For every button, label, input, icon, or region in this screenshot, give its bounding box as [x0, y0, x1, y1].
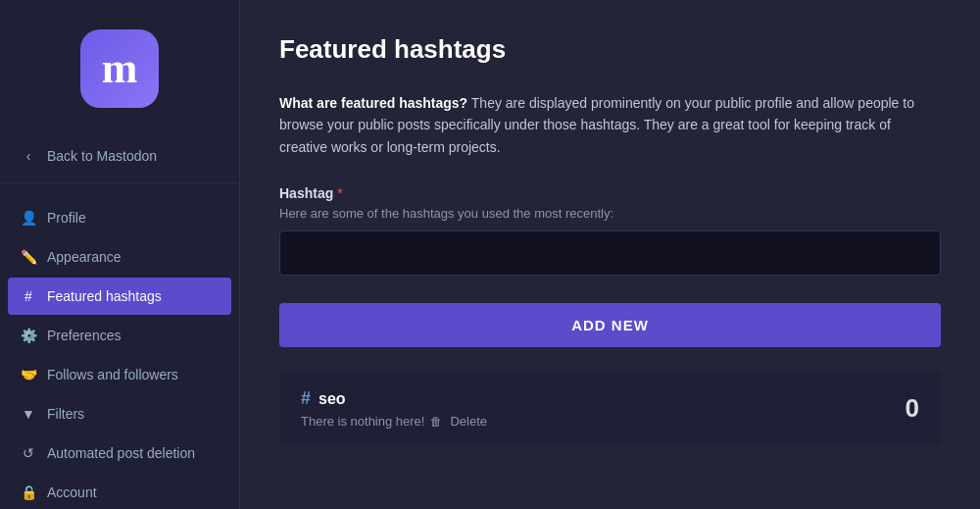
- logo-letter: m: [102, 47, 138, 90]
- sidebar-item-account-label: Account: [47, 484, 97, 500]
- hashtag-meta: There is nothing here! 🗑 Delete: [301, 414, 487, 429]
- nothing-text: There is nothing here!: [301, 414, 424, 429]
- label-row: Hashtag *: [279, 185, 941, 201]
- sidebar: m ‹ Back to Mastodon 👤 Profile ✏️ Appear…: [0, 0, 240, 509]
- sidebar-item-back[interactable]: ‹ Back to Mastodon: [0, 137, 239, 175]
- automated-deletion-icon: ↺: [20, 445, 37, 461]
- sidebar-item-featured-hashtags[interactable]: # Featured hashtags: [8, 278, 231, 315]
- main-content: Featured hashtags What are featured hash…: [240, 0, 980, 509]
- appearance-icon: ✏️: [20, 249, 37, 265]
- sidebar-nav: ‹ Back to Mastodon 👤 Profile ✏️ Appearan…: [0, 137, 239, 509]
- sidebar-item-back-label: Back to Mastodon: [47, 148, 157, 164]
- hashtag-form-section: Hashtag * Here are some of the hashtags …: [279, 185, 941, 276]
- hashtag-info: # seo There is nothing here! 🗑 Delete: [301, 388, 487, 429]
- delete-link[interactable]: Delete: [450, 414, 487, 429]
- sidebar-item-appearance-label: Appearance: [47, 249, 122, 265]
- sidebar-item-follows-followers-label: Follows and followers: [47, 367, 178, 382]
- account-icon: 🔒: [20, 484, 37, 500]
- sidebar-item-featured-hashtags-label: Featured hashtags: [47, 288, 162, 304]
- hashtag-card: # seo There is nothing here! 🗑 Delete 0: [279, 371, 941, 446]
- add-new-button[interactable]: ADD NEW: [279, 303, 941, 347]
- hashtag-name: seo: [318, 390, 346, 408]
- sidebar-item-filters[interactable]: ▼ Filters: [0, 395, 239, 433]
- hashtag-name-row: # seo: [301, 388, 487, 409]
- logo-circle: m: [80, 29, 159, 108]
- hashtag-field-label: Hashtag: [279, 185, 333, 201]
- logo-container: m: [0, 20, 239, 137]
- sidebar-item-profile[interactable]: 👤 Profile: [0, 199, 239, 236]
- sidebar-item-follows-followers[interactable]: 🤝 Follows and followers: [0, 356, 239, 393]
- count-badge: 0: [906, 393, 919, 424]
- sidebar-item-profile-label: Profile: [47, 210, 86, 226]
- profile-icon: 👤: [20, 210, 37, 226]
- sidebar-item-appearance[interactable]: ✏️ Appearance: [0, 238, 239, 276]
- sidebar-item-automated-deletion-label: Automated post deletion: [47, 445, 195, 461]
- preferences-icon: ⚙️: [20, 328, 37, 343]
- field-hint: Here are some of the hashtags you used t…: [279, 206, 941, 221]
- sidebar-divider: [0, 182, 239, 183]
- page-title: Featured hashtags: [279, 34, 941, 65]
- sidebar-item-account[interactable]: 🔒 Account: [0, 474, 239, 509]
- hash-symbol-icon: #: [301, 388, 311, 409]
- description-bold: What are featured hashtags?: [279, 95, 467, 111]
- back-icon: ‹: [20, 148, 37, 164]
- trash-icon: 🗑: [430, 415, 442, 429]
- filters-icon: ▼: [20, 406, 37, 422]
- hashtag-icon: #: [20, 288, 37, 304]
- description-box: What are featured hashtags? They are dis…: [279, 92, 941, 158]
- sidebar-item-filters-label: Filters: [47, 406, 84, 422]
- sidebar-item-preferences-label: Preferences: [47, 328, 121, 343]
- sidebar-item-preferences[interactable]: ⚙️ Preferences: [0, 317, 239, 354]
- sidebar-item-automated-deletion[interactable]: ↺ Automated post deletion: [0, 434, 239, 472]
- follows-icon: 🤝: [20, 367, 37, 382]
- hashtag-input[interactable]: [279, 230, 941, 276]
- required-indicator: *: [337, 185, 342, 201]
